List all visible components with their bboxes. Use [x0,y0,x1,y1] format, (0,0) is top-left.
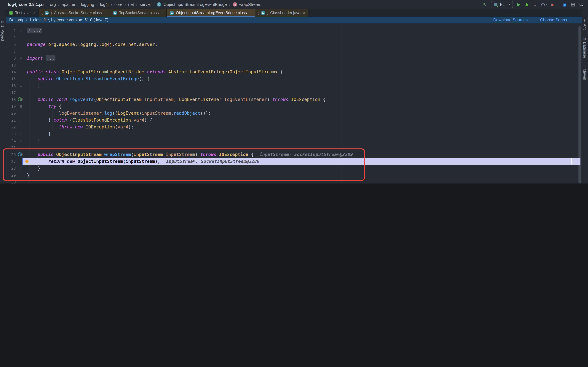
token: ClassNotFoundException [72,117,131,123]
fold-icon[interactable]: ⊔ [18,167,24,170]
code-line[interactable]: 6package org.apache.logging.log4j.core.n… [6,41,582,48]
close-icon[interactable]: × [250,11,252,15]
token: var4 [134,117,144,123]
code-line[interactable]: 22throw new IOException(var4); [6,124,582,130]
search-everywhere-icon[interactable] [579,2,583,7]
paren-decoration: ( [42,11,43,15]
breadcrumb-chevron-icon: › [58,2,59,6]
fold-icon[interactable]: ⊔ [18,118,24,122]
run-button[interactable]: ▶ [517,2,520,7]
execution-caret-bar [22,158,23,165]
token: } [48,117,54,123]
breadcrumb-item[interactable]: server [140,2,151,7]
fold-icon[interactable]: ⊔ [18,132,24,136]
code-line[interactable]: 7 [6,48,582,55]
close-icon[interactable]: × [104,11,107,15]
sidebar-item-maven[interactable]: mMaven [583,65,587,80]
code-line[interactable]: 21⊔} catch (ClassNotFoundException var4)… [6,117,582,124]
stop-button[interactable]: ■ [551,2,554,7]
code-line[interactable]: 24⊔} [6,137,582,144]
class-icon: C [157,2,161,7]
debug-button[interactable] [525,2,529,7]
code-line[interactable]: 26⊟↑public ObjectInputStream wrapStream(… [6,151,582,158]
token: IOException [219,152,248,157]
line-number: 26 [6,152,16,157]
code-text: } [27,172,30,179]
token: throw new [59,124,83,129]
breadcrumb: log4j-core-2.8.1.jar›org›apache›logging›… [0,2,261,7]
token [142,97,144,102]
profiler-button[interactable]: ◷ ▾ [541,2,547,7]
code-line[interactable]: 18⊟↑public void logEvents(ObjectInputStr… [6,96,582,103]
code-line[interactable]: 1⊞/.../ [6,27,582,34]
code-editor[interactable]: 1⊞/.../56package org.apache.logging.log4… [6,23,582,184]
close-icon[interactable]: × [33,11,35,15]
breadcrumb-item[interactable]: apache [62,2,75,7]
fold-icon[interactable]: ⊞ [18,29,24,33]
fold-icon[interactable]: ⊟ [18,77,24,81]
code-text: try { [27,103,61,110]
fold-icon[interactable]: ⊔ [18,139,24,142]
code-line[interactable]: 19⊟try { [6,103,582,110]
token: throws [200,152,216,157]
intention-bulb-icon[interactable] [25,159,28,163]
editor-tab[interactable]: (C)ClassLoader.java× [255,9,308,17]
sidebar-item-database[interactable]: ≣Database [583,38,587,58]
download-sources-link[interactable]: Download Sources [493,18,528,22]
code-line[interactable]: 27return new ObjectInputStream(inputStre… [6,158,582,165]
breadcrumb-item[interactable]: logging [81,2,94,7]
close-icon[interactable]: × [161,11,164,15]
editor-tab[interactable]: CTest.java× [6,9,39,17]
token: } [38,83,40,88]
debugger-inline-hint: inputStream: SocketInputStream@2289 [259,152,353,157]
code-line[interactable]: 15⊟public ObjectInputStreamLogEventBridg… [6,75,582,82]
code-line[interactable]: 17 [6,89,582,96]
run-config-selector[interactable]: Test ▾ [491,1,513,8]
code-line[interactable]: 23⊔} [6,130,582,137]
run-anything-icon[interactable]: ▤ [571,2,575,7]
toolbar-divider [558,2,558,7]
code-line[interactable]: 13 [6,62,582,68]
code-line[interactable]: 16⊔} [6,82,582,89]
breadcrumb-jar[interactable]: log4j-core-2.8.1.jar [8,2,44,7]
run-with-coverage-icon[interactable]: ↧ [533,2,537,7]
line-number: 24 [6,138,16,143]
editor-tab[interactable]: CTcpSocketServer.class× [110,9,167,17]
code-line[interactable]: 8⊞import ... [6,55,582,62]
code-line[interactable]: 30 [6,179,582,184]
method-icon: m [233,2,237,7]
sidebar-item-project[interactable]: ▤1: Project [1,20,5,41]
fold-icon[interactable]: ⊔ [18,84,24,87]
code-line[interactable]: 14public class ObjectInputStreamLogEvent… [6,68,582,75]
fold-icon[interactable]: ⊞ [18,56,24,60]
line-number: 15 [6,76,16,81]
token: . [102,110,104,116]
code-line[interactable]: 20logEventListener.log((LogEvent)inputSt… [6,110,582,117]
code-line[interactable]: 5 [6,34,582,41]
fold-icon[interactable]: ⊟ [18,105,24,108]
code-line[interactable]: 29} [6,172,582,179]
navigate-back-icon[interactable]: ↖ [483,2,487,7]
breadcrumb-class[interactable]: ObjectInputStreamLogEventBridge [164,2,227,7]
tool-windows-icon[interactable]: ▣ [562,2,567,7]
token: inputStream [142,110,171,116]
breadcrumb-item[interactable]: log4j [100,2,109,7]
breadcrumb-item[interactable]: net [128,2,134,7]
line-number: 1 [6,28,16,33]
implementing-method-icon[interactable]: ↑ [18,152,23,156]
choose-sources-link[interactable]: Choose Sources... [540,18,574,22]
breadcrumb-item[interactable]: org [50,2,56,7]
code-line[interactable]: 25 [6,144,582,151]
breadcrumb-item[interactable]: core [114,2,122,7]
breadcrumb-method[interactable]: wrapStream [239,2,261,7]
close-icon[interactable]: × [303,11,305,15]
editor-tab[interactable]: (C)AbstractSocketServer.class× [39,9,110,17]
token [64,158,67,164]
tab-label: ObjectInputStreamLogEventBridge.class [176,10,247,15]
sidebar-item-ant[interactable]: ✱Ant [583,19,587,30]
implementing-method-icon[interactable]: ↑ [18,97,23,101]
token: extends [147,69,166,74]
editor-tab[interactable]: CObjectInputStreamLogEventBridge.class× [167,9,255,17]
debugger-inline-hint: inputStream: SocketInputStream@2289 [166,158,259,164]
code-line[interactable]: 28⊔} [6,165,582,172]
